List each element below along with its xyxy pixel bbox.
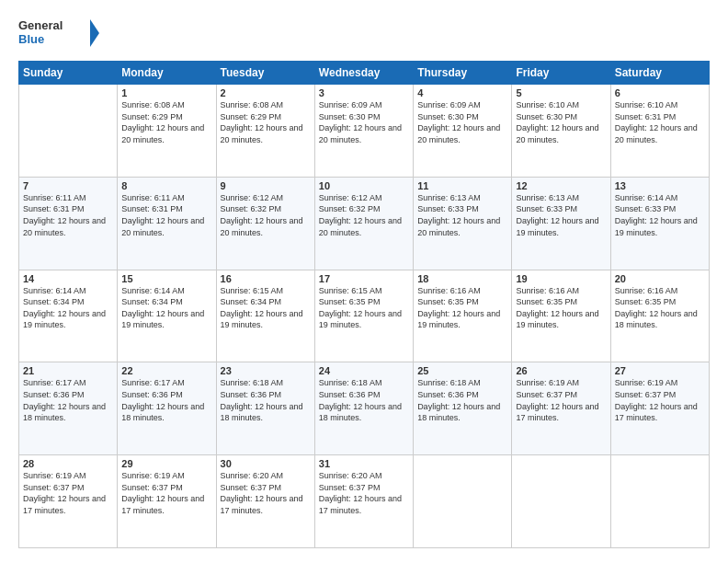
calendar-cell: 27Sunrise: 6:19 AMSunset: 6:37 PMDayligh… — [610, 362, 709, 455]
day-number: 16 — [221, 273, 311, 284]
weekday-header-saturday: Saturday — [610, 62, 709, 85]
day-number: 15 — [121, 273, 211, 284]
day-number: 11 — [417, 180, 507, 191]
calendar-cell: 13Sunrise: 6:14 AMSunset: 6:33 PMDayligh… — [610, 177, 709, 270]
day-number: 18 — [417, 273, 507, 284]
day-info: Sunrise: 6:08 AMSunset: 6:29 PMDaylight:… — [121, 99, 211, 145]
calendar-cell: 16Sunrise: 6:15 AMSunset: 6:34 PMDayligh… — [216, 270, 314, 362]
calendar-cell: 26Sunrise: 6:19 AMSunset: 6:37 PMDayligh… — [512, 362, 610, 455]
week-row-1: 1Sunrise: 6:08 AMSunset: 6:29 PMDaylight… — [19, 85, 710, 178]
calendar-cell: 11Sunrise: 6:13 AMSunset: 6:33 PMDayligh… — [414, 177, 512, 270]
weekday-header-friday: Friday — [512, 62, 610, 85]
weekday-header-sunday: Sunday — [19, 62, 118, 85]
day-number: 1 — [121, 87, 211, 98]
day-info: Sunrise: 6:12 AMSunset: 6:32 PMDaylight:… — [221, 192, 311, 238]
day-info: Sunrise: 6:16 AMSunset: 6:35 PMDaylight:… — [417, 285, 507, 331]
day-info: Sunrise: 6:13 AMSunset: 6:33 PMDaylight:… — [417, 192, 507, 238]
day-info: Sunrise: 6:19 AMSunset: 6:37 PMDaylight:… — [615, 377, 705, 423]
day-number: 17 — [319, 273, 409, 284]
day-number: 28 — [23, 458, 113, 469]
week-row-2: 7Sunrise: 6:11 AMSunset: 6:31 PMDaylight… — [19, 177, 710, 270]
calendar-cell: 8Sunrise: 6:11 AMSunset: 6:31 PMDaylight… — [118, 177, 216, 270]
week-row-3: 14Sunrise: 6:14 AMSunset: 6:34 PMDayligh… — [19, 270, 710, 362]
calendar-cell: 17Sunrise: 6:15 AMSunset: 6:35 PMDayligh… — [314, 270, 413, 362]
calendar-cell: 20Sunrise: 6:16 AMSunset: 6:35 PMDayligh… — [610, 270, 709, 362]
day-number: 22 — [121, 365, 211, 376]
day-info: Sunrise: 6:08 AMSunset: 6:29 PMDaylight:… — [221, 99, 311, 145]
calendar-cell: 14Sunrise: 6:14 AMSunset: 6:34 PMDayligh… — [19, 270, 118, 362]
day-number: 25 — [417, 365, 507, 376]
calendar-cell: 18Sunrise: 6:16 AMSunset: 6:35 PMDayligh… — [414, 270, 512, 362]
week-row-5: 28Sunrise: 6:19 AMSunset: 6:37 PMDayligh… — [19, 455, 710, 548]
calendar-cell: 28Sunrise: 6:19 AMSunset: 6:37 PMDayligh… — [19, 455, 118, 548]
page: General Blue SundayMondayTuesdayWednesda… — [0, 0, 728, 563]
day-info: Sunrise: 6:15 AMSunset: 6:34 PMDaylight:… — [221, 285, 311, 331]
calendar-cell: 3Sunrise: 6:09 AMSunset: 6:30 PMDaylight… — [314, 85, 413, 178]
day-number: 26 — [516, 365, 606, 376]
day-info: Sunrise: 6:17 AMSunset: 6:36 PMDaylight:… — [23, 377, 113, 423]
day-number: 7 — [23, 180, 113, 191]
calendar-cell: 31Sunrise: 6:20 AMSunset: 6:37 PMDayligh… — [314, 455, 413, 548]
calendar-cell — [19, 85, 118, 178]
day-number: 29 — [121, 458, 211, 469]
day-number: 8 — [121, 180, 211, 191]
svg-text:General: General — [18, 18, 63, 32]
day-info: Sunrise: 6:14 AMSunset: 6:34 PMDaylight:… — [23, 285, 113, 331]
day-number: 3 — [319, 87, 409, 98]
day-info: Sunrise: 6:12 AMSunset: 6:32 PMDaylight:… — [319, 192, 409, 238]
week-row-4: 21Sunrise: 6:17 AMSunset: 6:36 PMDayligh… — [19, 362, 710, 455]
weekday-header-monday: Monday — [118, 62, 216, 85]
day-info: Sunrise: 6:19 AMSunset: 6:37 PMDaylight:… — [516, 377, 606, 423]
day-info: Sunrise: 6:16 AMSunset: 6:35 PMDaylight:… — [516, 285, 606, 331]
calendar-cell: 12Sunrise: 6:13 AMSunset: 6:33 PMDayligh… — [512, 177, 610, 270]
weekday-header-wednesday: Wednesday — [314, 62, 413, 85]
day-number: 20 — [615, 273, 705, 284]
day-info: Sunrise: 6:18 AMSunset: 6:36 PMDaylight:… — [417, 377, 507, 423]
day-info: Sunrise: 6:13 AMSunset: 6:33 PMDaylight:… — [516, 192, 606, 238]
day-number: 19 — [516, 273, 606, 284]
day-info: Sunrise: 6:11 AMSunset: 6:31 PMDaylight:… — [121, 192, 211, 238]
day-number: 27 — [615, 365, 705, 376]
calendar-table: SundayMondayTuesdayWednesdayThursdayFrid… — [18, 61, 710, 548]
calendar-cell: 15Sunrise: 6:14 AMSunset: 6:34 PMDayligh… — [118, 270, 216, 362]
calendar-cell: 24Sunrise: 6:18 AMSunset: 6:36 PMDayligh… — [314, 362, 413, 455]
day-number: 21 — [23, 365, 113, 376]
svg-text:Blue: Blue — [18, 32, 44, 46]
calendar-cell — [512, 455, 610, 548]
day-info: Sunrise: 6:17 AMSunset: 6:36 PMDaylight:… — [121, 377, 211, 423]
day-info: Sunrise: 6:20 AMSunset: 6:37 PMDaylight:… — [221, 470, 311, 516]
calendar-cell: 22Sunrise: 6:17 AMSunset: 6:36 PMDayligh… — [118, 362, 216, 455]
day-info: Sunrise: 6:19 AMSunset: 6:37 PMDaylight:… — [121, 470, 211, 516]
weekday-header-row: SundayMondayTuesdayWednesdayThursdayFrid… — [19, 62, 710, 85]
day-info: Sunrise: 6:10 AMSunset: 6:31 PMDaylight:… — [615, 99, 705, 145]
day-info: Sunrise: 6:15 AMSunset: 6:35 PMDaylight:… — [319, 285, 409, 331]
day-number: 10 — [319, 180, 409, 191]
day-number: 30 — [221, 458, 311, 469]
logo-svg: General Blue — [18, 15, 101, 52]
calendar-cell: 7Sunrise: 6:11 AMSunset: 6:31 PMDaylight… — [19, 177, 118, 270]
calendar-cell: 23Sunrise: 6:18 AMSunset: 6:36 PMDayligh… — [216, 362, 314, 455]
calendar-cell: 9Sunrise: 6:12 AMSunset: 6:32 PMDaylight… — [216, 177, 314, 270]
calendar-cell: 19Sunrise: 6:16 AMSunset: 6:35 PMDayligh… — [512, 270, 610, 362]
day-number: 13 — [615, 180, 705, 191]
day-number: 12 — [516, 180, 606, 191]
day-info: Sunrise: 6:18 AMSunset: 6:36 PMDaylight:… — [319, 377, 409, 423]
weekday-header-thursday: Thursday — [414, 62, 512, 85]
calendar-cell: 30Sunrise: 6:20 AMSunset: 6:37 PMDayligh… — [216, 455, 314, 548]
day-number: 6 — [615, 87, 705, 98]
day-number: 9 — [221, 180, 311, 191]
logo: General Blue — [18, 15, 101, 52]
day-info: Sunrise: 6:20 AMSunset: 6:37 PMDaylight:… — [319, 470, 409, 516]
calendar-cell: 21Sunrise: 6:17 AMSunset: 6:36 PMDayligh… — [19, 362, 118, 455]
day-number: 31 — [319, 458, 409, 469]
day-info: Sunrise: 6:10 AMSunset: 6:30 PMDaylight:… — [516, 99, 606, 145]
day-info: Sunrise: 6:09 AMSunset: 6:30 PMDaylight:… — [417, 99, 507, 145]
calendar-cell: 10Sunrise: 6:12 AMSunset: 6:32 PMDayligh… — [314, 177, 413, 270]
day-number: 14 — [23, 273, 113, 284]
day-info: Sunrise: 6:14 AMSunset: 6:33 PMDaylight:… — [615, 192, 705, 238]
day-number: 4 — [417, 87, 507, 98]
weekday-header-tuesday: Tuesday — [216, 62, 314, 85]
svg-marker-2 — [90, 19, 99, 47]
day-info: Sunrise: 6:14 AMSunset: 6:34 PMDaylight:… — [121, 285, 211, 331]
calendar-cell: 5Sunrise: 6:10 AMSunset: 6:30 PMDaylight… — [512, 85, 610, 178]
